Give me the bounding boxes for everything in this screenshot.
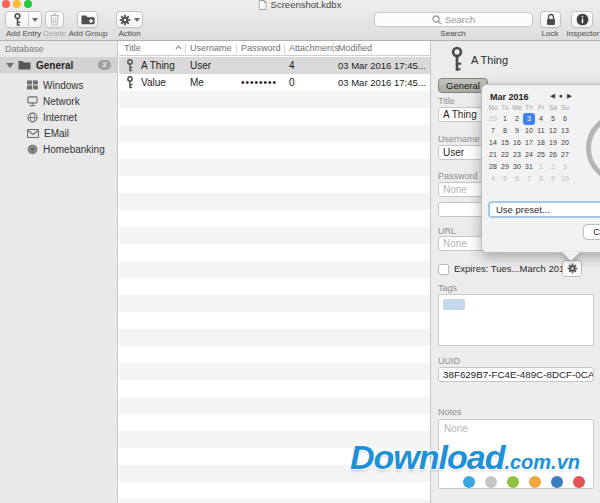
tags-field[interactable] <box>438 294 594 346</box>
calendar-day[interactable]: 6 <box>511 173 523 185</box>
cancel-button[interactable]: Cancel <box>583 224 600 240</box>
calendar-day[interactable]: 1 <box>535 161 547 173</box>
calendar-day[interactable]: 31 <box>523 161 535 173</box>
sidebar-item-label: EMail <box>44 128 69 139</box>
calendar-weekday: Fr <box>535 104 547 111</box>
sidebar-item-general[interactable]: General 2 <box>0 57 117 73</box>
sidebar-item-label: Homebanking <box>43 144 105 155</box>
cell-username: User <box>190 60 211 71</box>
calendar-day[interactable]: 26 <box>547 149 559 161</box>
calendar-day[interactable]: 7 <box>523 173 535 185</box>
notes-placeholder: None <box>444 423 468 434</box>
lock-button[interactable] <box>540 11 561 28</box>
calendar-day[interactable]: 7 <box>487 125 499 137</box>
calendar-day[interactable]: 3 <box>523 113 535 125</box>
inspector-button[interactable] <box>571 11 593 28</box>
calendar-day[interactable]: 18 <box>535 137 547 149</box>
calendar-day[interactable]: 16 <box>511 137 523 149</box>
calendar-day[interactable]: 10 <box>523 125 535 137</box>
watermark-dot <box>573 476 585 488</box>
calendar-day[interactable]: 13 <box>559 125 571 137</box>
table-row[interactable]: Value Me •••••••• 0 03 Mar 2016 17:45... <box>119 74 430 91</box>
calendar-day[interactable]: 30 <box>511 161 523 173</box>
calendar-day[interactable]: 23 <box>511 149 523 161</box>
windows-icon <box>27 80 38 90</box>
calendar-day[interactable]: 9 <box>547 173 559 185</box>
close-button[interactable] <box>2 0 10 8</box>
calendar-day[interactable]: 1 <box>499 113 511 125</box>
calendar-next-button[interactable]: ▶ <box>567 92 572 100</box>
calendar-day[interactable]: 22 <box>499 149 511 161</box>
calendar-day[interactable]: 8 <box>535 173 547 185</box>
sidebar-item-internet[interactable]: Internet <box>0 109 117 125</box>
calendar-day[interactable]: 17 <box>523 137 535 149</box>
notes-label: Notes <box>438 407 462 417</box>
watermark-suffix: .com.vn <box>504 451 580 473</box>
calendar-today-button[interactable]: ● <box>559 92 563 100</box>
calendar-day[interactable]: 19 <box>547 137 559 149</box>
expires-checkbox[interactable] <box>438 264 449 275</box>
column-header-title[interactable]: Title <box>124 43 141 53</box>
action-button[interactable] <box>116 11 143 28</box>
title-label: Title <box>438 96 455 106</box>
add-entry-dropdown[interactable] <box>29 12 41 27</box>
calendar-day[interactable]: 2 <box>511 113 523 125</box>
calendar-day[interactable]: 10 <box>559 173 571 185</box>
use-preset-combo[interactable]: Use preset... <box>488 201 600 218</box>
calendar-day[interactable]: 24 <box>523 149 535 161</box>
calendar-day[interactable]: 11 <box>535 125 547 137</box>
tag-token[interactable] <box>443 299 465 310</box>
calendar-day[interactable]: 2 <box>547 161 559 173</box>
calendar-day[interactable]: 3 <box>559 161 571 173</box>
add-group-button[interactable] <box>77 11 98 28</box>
sidebar-item-label: Network <box>43 96 80 107</box>
expires-gear-button[interactable] <box>562 260 582 277</box>
trash-icon <box>49 13 60 26</box>
calendar-day[interactable]: 4 <box>487 173 499 185</box>
calendar-day[interactable]: 28 <box>487 161 499 173</box>
column-header-username[interactable]: Username <box>190 43 232 53</box>
network-icon <box>27 96 38 107</box>
calendar-day[interactable]: 29 <box>499 161 511 173</box>
add-entry-main[interactable] <box>6 12 28 27</box>
gear-icon <box>567 263 578 274</box>
disclosure-triangle-icon[interactable] <box>6 63 14 68</box>
sidebar-item-email[interactable]: EMail <box>0 125 117 141</box>
coin-icon <box>27 144 38 155</box>
calendar-day[interactable]: 5 <box>499 173 511 185</box>
sidebar-item-network[interactable]: Network <box>0 93 117 109</box>
calendar-day[interactable]: 5 <box>547 113 559 125</box>
uuid-field[interactable]: 38F629B7-FC4E-489C-8DCF-0CAE <box>438 367 594 382</box>
calendar-day[interactable]: 12 <box>547 125 559 137</box>
column-header-modified[interactable]: Modified <box>338 43 372 53</box>
calendar-day[interactable]: 21 <box>487 149 499 161</box>
calendar-day[interactable]: 27 <box>559 149 571 161</box>
calendar-weekday: Th <box>523 104 535 111</box>
column-header-attachments[interactable]: Attachments <box>289 43 339 53</box>
calendar-day[interactable]: 4 <box>535 113 547 125</box>
calendar-day[interactable]: 8 <box>499 125 511 137</box>
calendar-day[interactable]: 20 <box>559 137 571 149</box>
calendar-prev-button[interactable]: ◀ <box>550 92 555 100</box>
entry-icon-ring[interactable] <box>586 113 600 183</box>
table-row[interactable]: A Thing User 4 03 Mar 2016 17:45... <box>119 57 430 74</box>
delete-button[interactable] <box>45 11 64 28</box>
calendar-day[interactable]: 25 <box>535 149 547 161</box>
zoom-button[interactable] <box>24 0 32 8</box>
calendar-day[interactable]: 6 <box>559 113 571 125</box>
column-header-password[interactable]: Password <box>241 43 281 53</box>
group-count-badge: 2 <box>98 60 111 70</box>
calendar-day[interactable]: 14 <box>487 137 499 149</box>
sidebar-item-homebanking[interactable]: Homebanking <box>0 141 117 157</box>
add-entry-button[interactable] <box>5 11 42 28</box>
calendar-day[interactable]: 9 <box>511 125 523 137</box>
calendar-day[interactable]: 29 <box>487 113 499 125</box>
search-input[interactable]: Search <box>374 12 533 27</box>
calendar-month-title: Mar 2016 <box>490 92 529 102</box>
watermark-dot <box>485 476 497 488</box>
cell-title: Value <box>141 77 166 88</box>
minimize-button[interactable] <box>13 0 21 8</box>
calendar-day[interactable]: 15 <box>499 137 511 149</box>
sidebar-item-windows[interactable]: Windows <box>0 77 117 93</box>
globe-icon <box>27 112 38 123</box>
